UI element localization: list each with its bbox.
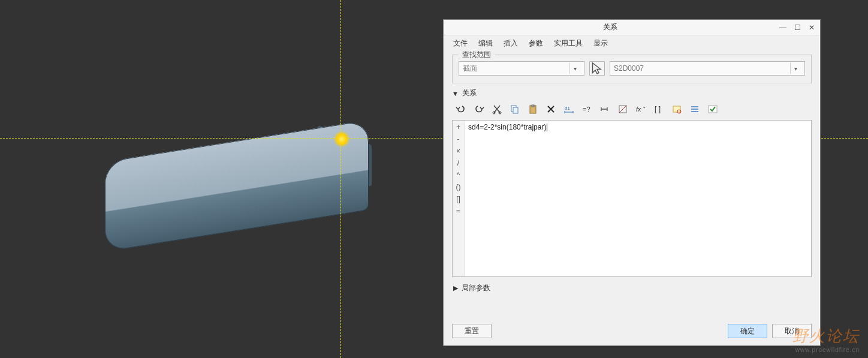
- cut-icon: [492, 104, 502, 115]
- brackets-icon: [ ]: [653, 104, 664, 115]
- cut-button[interactable]: [489, 102, 505, 116]
- evaluate-button[interactable]: =?: [579, 102, 595, 116]
- sort-button[interactable]: [687, 102, 703, 116]
- delete-icon: [545, 104, 556, 115]
- op-plus[interactable]: +: [456, 123, 460, 131]
- relations-toolbar: d1 =? fx▾ [ ]: [452, 102, 812, 120]
- cancel-button[interactable]: 取消: [772, 324, 812, 338]
- copy-button[interactable]: [507, 102, 523, 116]
- svg-text:=?: =?: [583, 106, 590, 113]
- titlebar[interactable]: 关系 — ☐ ✕: [444, 20, 820, 35]
- fx-button[interactable]: fx▾: [633, 102, 649, 116]
- triangle-right-icon: ▶: [453, 284, 458, 292]
- reset-button[interactable]: 重置: [452, 324, 492, 338]
- chevron-down-icon: ▾: [790, 63, 801, 74]
- op-paren[interactable]: (): [456, 183, 461, 191]
- menu-display[interactable]: 显示: [589, 36, 613, 51]
- op-mult[interactable]: ×: [456, 147, 460, 155]
- editor-line-1: sd4=2-2*sin(180*trajpar): [468, 123, 546, 131]
- menu-insert[interactable]: 插入: [499, 36, 523, 51]
- dimension-icon: d1: [563, 104, 574, 115]
- dialog-title: 关系: [444, 22, 777, 32]
- dialog-footer: 重置 确定 取消: [444, 318, 820, 345]
- menu-tools[interactable]: 实用工具: [549, 36, 587, 51]
- paste-button[interactable]: [525, 102, 541, 116]
- svg-text:fx: fx: [636, 106, 641, 113]
- delete-button[interactable]: [543, 102, 559, 116]
- check-icon: [707, 104, 718, 115]
- scope-type-value: 截面: [463, 64, 477, 74]
- fx-icon: fx▾: [635, 104, 646, 115]
- maximize-button[interactable]: ☐: [791, 23, 803, 32]
- undo-icon: [456, 104, 466, 115]
- sort-icon: [689, 104, 700, 115]
- close-button[interactable]: ✕: [806, 23, 818, 32]
- evaluate-icon: =?: [581, 104, 592, 115]
- svg-rect-5: [532, 105, 534, 107]
- svg-text:▾: ▾: [643, 106, 645, 109]
- redo-icon: [474, 104, 484, 115]
- highlight-icon: [671, 104, 682, 115]
- verify-button[interactable]: [705, 102, 721, 116]
- op-minus[interactable]: -: [457, 135, 460, 143]
- copy-icon: [510, 104, 520, 115]
- menu-edit[interactable]: 编辑: [474, 36, 498, 51]
- dimension-button[interactable]: d1: [561, 102, 577, 116]
- scope-object-combo[interactable]: S2D0007 ▾: [610, 61, 805, 76]
- goto-button[interactable]: [597, 102, 613, 116]
- menu-params[interactable]: 参数: [524, 36, 548, 51]
- relations-dialog: 关系 — ☐ ✕ 文件 编辑 插入 参数 实用工具 显示 查找范围 截面 ▾ S…: [443, 19, 821, 346]
- units-icon: [617, 104, 628, 115]
- ok-button[interactable]: 确定: [728, 324, 767, 338]
- chevron-down-icon: ▾: [569, 63, 580, 74]
- scope-object-value: S2D0007: [614, 64, 644, 73]
- op-bracket[interactable]: []: [456, 195, 460, 203]
- svg-text:d1: d1: [565, 106, 570, 111]
- relations-section-label: 关系: [462, 88, 477, 98]
- menu-file[interactable]: 文件: [448, 36, 472, 51]
- cursor-icon: [590, 61, 604, 76]
- triangle-down-icon: ▼: [452, 90, 459, 97]
- svg-rect-3: [513, 107, 518, 113]
- scope-type-combo[interactable]: 截面 ▾: [459, 61, 584, 76]
- scope-legend: 查找范围: [459, 50, 495, 60]
- minimize-button[interactable]: —: [777, 23, 789, 32]
- pick-button[interactable]: [589, 61, 605, 76]
- relations-section-header[interactable]: ▼ 关系: [452, 87, 812, 102]
- operator-gutter: + - × / ^ () [] =: [453, 121, 465, 276]
- relations-editor[interactable]: sd4=2-2*sin(180*trajpar): [465, 121, 811, 276]
- axis-vertical: [340, 0, 341, 358]
- svg-text:[ ]: [ ]: [655, 105, 661, 113]
- units-button[interactable]: [615, 102, 631, 116]
- text-caret: [547, 124, 547, 131]
- local-params-header[interactable]: ▶ 局部参数: [452, 277, 812, 299]
- redo-button[interactable]: [471, 102, 487, 116]
- highlight-button[interactable]: [669, 102, 685, 116]
- scope-fieldset: 查找范围 截面 ▾ S2D0007 ▾: [452, 55, 812, 83]
- svg-rect-12: [673, 106, 680, 112]
- origin-marker-icon: [333, 131, 350, 148]
- op-div[interactable]: /: [457, 159, 459, 167]
- model-part: [105, 120, 369, 252]
- op-eq[interactable]: =: [456, 207, 460, 215]
- local-params-label: 局部参数: [462, 283, 490, 293]
- paste-icon: [528, 104, 538, 115]
- menubar: 文件 编辑 插入 参数 实用工具 显示: [444, 35, 820, 51]
- op-pow[interactable]: ^: [457, 171, 460, 179]
- undo-button[interactable]: [453, 102, 469, 116]
- goto-icon: [599, 104, 610, 115]
- brackets-button[interactable]: [ ]: [651, 102, 667, 116]
- relations-editor-area: + - × / ^ () [] = sd4=2-2*sin(180*trajpa…: [452, 120, 812, 277]
